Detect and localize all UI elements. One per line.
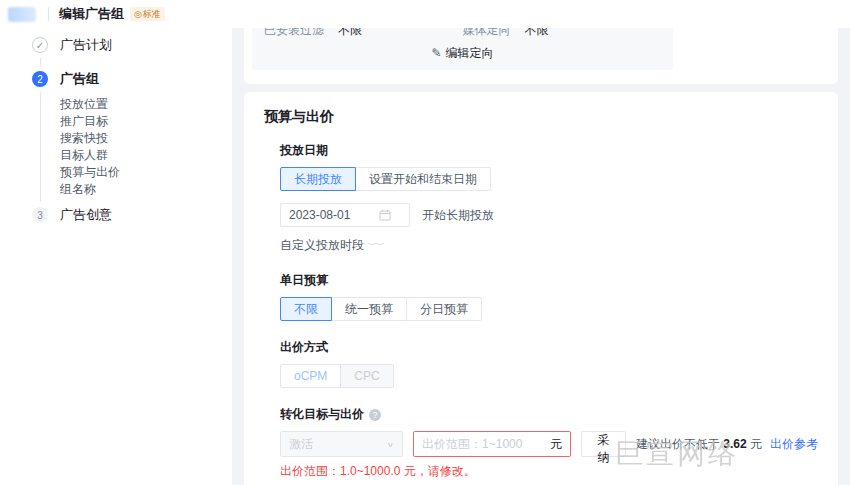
targeting-summary-row: 已安装过滤 不限 媒体定向 不限 <box>264 28 661 39</box>
conversion-goal-select[interactable]: 激活 ∨ <box>280 431 403 457</box>
step-label: 广告组 <box>60 70 99 88</box>
sidebar-item-placement[interactable]: 投放位置 <box>60 96 232 113</box>
sidebar-step-ad-group[interactable]: 2 广告组 <box>32 68 232 90</box>
budget-section-body: 投放日期 长期投放 设置开始和结束日期 <box>280 142 818 485</box>
currency-unit: 元 <box>550 436 562 453</box>
step-number-icon: 3 <box>32 207 48 223</box>
bid-method-field: 出价方式 oCPM CPC <box>280 339 818 388</box>
tab-unlimited[interactable]: 不限 <box>280 297 332 321</box>
pencil-icon: ✎ <box>431 46 441 60</box>
check-circle-icon: ✓ <box>32 37 48 53</box>
sidebar-item-budget-bid[interactable]: 预算与出价 <box>60 164 232 181</box>
edit-targeting-label: 编辑定向 <box>446 46 494 60</box>
start-date-input[interactable] <box>280 203 410 227</box>
sidebar-item-target-audience[interactable]: 目标人群 <box>60 147 232 164</box>
step-substeps: 投放位置 推广目标 搜索快投 目标人群 预算与出价 组名称 <box>40 92 232 202</box>
conversion-bid-row: 激活 ∨ 元 采纳 建议出价不低于 3.62 元 出价参考 <box>280 431 818 457</box>
summary-label: 已安装过滤 <box>264 28 324 39</box>
daily-budget-tabs: 不限 统一预算 分日预算 <box>280 297 818 321</box>
step-label: 广告创意 <box>60 206 112 224</box>
suggest-unit: 元 <box>750 437 762 451</box>
badge-label: 标准 <box>143 8 161 21</box>
step-number-icon: 2 <box>32 71 48 87</box>
page-body: ✓ 广告计划 2 广告组 投放位置 推广目标 搜索快投 目标人群 预算与出价 组… <box>0 28 850 485</box>
sidebar-step-ad-creative[interactable]: 3 广告创意 <box>32 204 232 226</box>
tab-set-start-end-date[interactable]: 设置开始和结束日期 <box>355 167 491 191</box>
conversion-goal-value: 激活 <box>289 436 313 453</box>
tab-daily-budget[interactable]: 分日预算 <box>406 297 482 321</box>
header-divider <box>48 7 49 21</box>
standard-badge: ◎标准 <box>130 7 165 21</box>
daily-budget-label: 单日预算 <box>280 272 818 289</box>
steps-sidebar: ✓ 广告计划 2 广告组 投放位置 推广目标 搜索快投 目标人群 预算与出价 组… <box>0 28 232 485</box>
conversion-bid-field: 转化目标与出价 ? 激活 ∨ 元 采纳 建议出价不低于 <box>280 406 818 480</box>
summary-label: 媒体定向 <box>463 28 511 39</box>
tab-cpc[interactable]: CPC <box>340 364 393 388</box>
tab-unified-budget[interactable]: 统一预算 <box>331 297 407 321</box>
suggest-bid-text: 建议出价不低于 3.62 元 <box>636 436 762 453</box>
bid-amount-input-wrapper: 元 <box>413 431 571 457</box>
tab-ocpm[interactable]: oCPM <box>280 364 341 388</box>
bid-method-label: 出价方式 <box>280 339 818 356</box>
sidebar-item-promotion-goal[interactable]: 推广目标 <box>60 113 232 130</box>
delivery-date-label: 投放日期 <box>280 142 818 159</box>
start-long-term-text: 开始长期投放 <box>422 207 494 224</box>
summary-pair: 已安装过滤 不限 <box>264 28 463 39</box>
summary-value: 不限 <box>338 28 362 39</box>
chevron-down-icon: ∨ <box>387 440 394 448</box>
bid-reference-link[interactable]: 出价参考 <box>770 436 818 453</box>
delivery-date-field: 投放日期 长期投放 设置开始和结束日期 <box>280 142 818 254</box>
sidebar-step-ad-plan[interactable]: ✓ 广告计划 <box>32 34 232 56</box>
step-label: 广告计划 <box>60 36 112 54</box>
info-icon[interactable]: ? <box>369 409 381 421</box>
suggest-value: 3.62 <box>723 437 746 451</box>
bid-amount-input[interactable] <box>422 437 546 451</box>
tab-long-term-delivery[interactable]: 长期投放 <box>280 167 356 191</box>
edit-targeting-button[interactable]: ✎编辑定向 <box>264 45 661 62</box>
date-value-input[interactable] <box>289 208 379 222</box>
suggest-prefix: 建议出价不低于 <box>636 437 720 451</box>
app-logo[interactable] <box>8 7 36 22</box>
start-date-row: 开始长期投放 <box>280 203 818 227</box>
custom-time-period-label: 自定义投放时段 <box>280 237 364 254</box>
conversion-bid-label-text: 转化目标与出价 <box>280 406 364 423</box>
custom-time-period-link[interactable]: 自定义投放时段 ﹀﹀ <box>280 237 384 254</box>
budget-bid-card: 预算与出价 投放日期 长期投放 设置开始和结束日期 <box>244 92 838 485</box>
summary-value: 不限 <box>525 28 549 39</box>
daily-budget-field: 单日预算 不限 统一预算 分日预算 <box>280 272 818 321</box>
badge-circle-icon: ◎ <box>134 9 142 19</box>
summary-pair: 媒体定向 不限 <box>463 28 662 39</box>
main-content: 已安装过滤 不限 媒体定向 不限 ✎编辑定向 预算与出价 <box>232 28 850 485</box>
sidebar-item-group-name[interactable]: 组名称 <box>60 181 232 198</box>
calendar-icon[interactable] <box>379 209 391 221</box>
page-title: 编辑广告组 <box>59 5 124 23</box>
bid-range-error: 出价范围：1.0~1000.0 元，请修改。 <box>280 463 818 480</box>
adopt-button[interactable]: 采纳 <box>581 431 626 457</box>
conversion-bid-label: 转化目标与出价 ? <box>280 406 818 423</box>
sidebar-item-search-quick[interactable]: 搜索快投 <box>60 130 232 147</box>
bid-method-tabs: oCPM CPC <box>280 364 818 388</box>
targeting-summary-box: 已安装过滤 不限 媒体定向 不限 ✎编辑定向 <box>252 28 673 70</box>
budget-section-title: 预算与出价 <box>264 108 818 126</box>
delivery-date-tabs: 长期投放 设置开始和结束日期 <box>280 167 818 191</box>
targeting-summary-card: 已安装过滤 不限 媒体定向 不限 ✎编辑定向 <box>244 28 838 84</box>
app-header: 编辑广告组 ◎标准 <box>0 0 850 28</box>
step-connector <box>40 58 232 66</box>
double-chevron-down-icon: ﹀﹀ <box>368 239 384 252</box>
